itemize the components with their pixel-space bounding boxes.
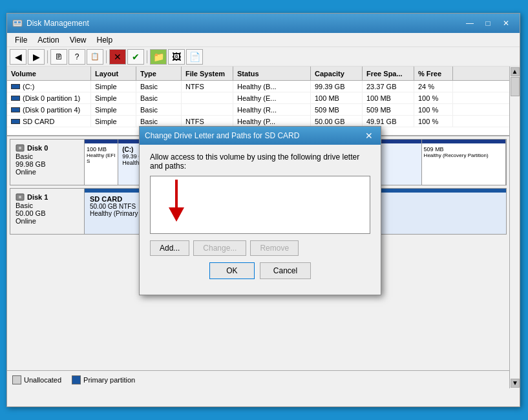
dialog-action-buttons: Add... Change... Remove — [150, 240, 370, 256]
change-button[interactable]: Change... — [193, 240, 246, 256]
ok-button[interactable]: OK — [209, 262, 255, 279]
dialog-footer-buttons: OK Cancel — [150, 262, 370, 287]
change-drive-letter-dialog: Change Drive Letter and Paths for SD CAR… — [139, 126, 381, 295]
dialog-body: Allow access to this volume by using the… — [140, 145, 381, 295]
add-button[interactable]: Add... — [150, 240, 189, 256]
dialog-title-bar: Change Drive Letter and Paths for SD CAR… — [140, 127, 381, 145]
svg-marker-9 — [169, 207, 184, 222]
dialog-title: Change Drive Letter and Paths for SD CAR… — [145, 131, 363, 140]
dialog-description: Allow access to this volume by using the… — [150, 152, 370, 171]
arrow-indicator — [164, 176, 189, 228]
dialog-overlay: Change Drive Letter and Paths for SD CAR… — [0, 0, 528, 420]
drive-letter-listbox[interactable] — [150, 176, 370, 234]
dialog-close-button[interactable]: ✕ — [363, 130, 375, 142]
cancel-button[interactable]: Cancel — [260, 262, 311, 279]
remove-button[interactable]: Remove — [250, 240, 299, 256]
